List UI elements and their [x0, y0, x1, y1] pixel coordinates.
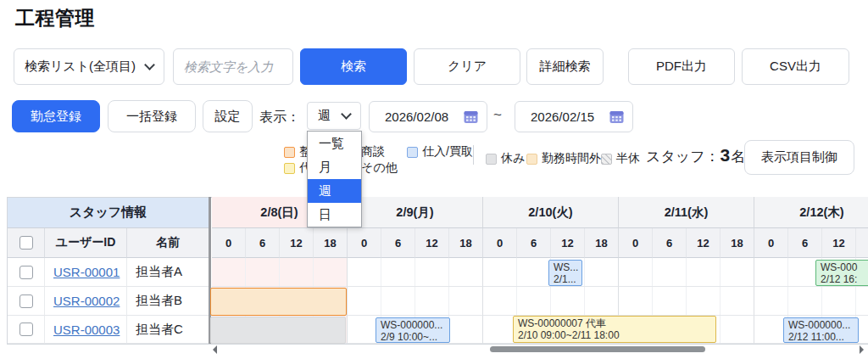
chevron-down-icon: [144, 59, 155, 70]
legend-color-icon: [284, 147, 295, 158]
search-button[interactable]: 検索: [300, 48, 407, 85]
settings-button[interactable]: 設定: [203, 100, 253, 132]
staff-count-label: スタッフ：: [646, 147, 720, 166]
user-id-link[interactable]: USR-00003: [53, 323, 120, 337]
gantt-cell[interactable]: [212, 258, 348, 287]
date-from-value: 2026/02/08: [385, 109, 448, 124]
tick-header-cell: 6: [517, 228, 551, 258]
user-id-column-header: ユーザーID: [45, 228, 127, 258]
staff-name: 担当者C: [136, 322, 183, 338]
day-header-cell: 2/10(火): [483, 197, 619, 228]
legend-item: 仕入/買取: [407, 144, 473, 160]
row-checkbox[interactable]: [19, 266, 33, 279]
attendance-register-button[interactable]: 勤怠登録: [12, 100, 100, 132]
legend-label: その他: [361, 160, 398, 176]
bulk-register-button[interactable]: 一括登録: [108, 100, 196, 132]
gantt-cell[interactable]: [619, 287, 754, 316]
horizontal-scrollbar-thumb[interactable]: [490, 346, 705, 352]
legend-label: 仕入/買取: [422, 144, 473, 160]
tick-header-cell: 6: [653, 228, 687, 258]
tick-header-cell: 12: [822, 228, 856, 258]
gantt-cell[interactable]: [754, 287, 868, 316]
staff-row-checkbox-cell: [8, 316, 45, 344]
tick-header-cell: 0: [483, 228, 517, 258]
view-mode-select-value: 週: [318, 108, 331, 124]
scroll-right-arrow[interactable]: [860, 345, 864, 354]
view-mode-label: 表示：: [259, 109, 300, 126]
tick-header-cell: 12: [280, 228, 314, 258]
day-header-cell: 2/9(月): [348, 197, 483, 228]
user-id-link[interactable]: USR-00001: [53, 265, 120, 279]
tick-header-cell: 6: [381, 228, 415, 258]
scroll-left-arrow[interactable]: [213, 345, 217, 354]
legend-item: 半休: [601, 151, 640, 166]
row-checkbox[interactable]: [19, 323, 33, 336]
csv-export-button[interactable]: CSV出力: [742, 48, 849, 85]
staff-name: 担当者B: [136, 293, 182, 309]
schedule-bar[interactable]: WS-000000...2/12 11:00...: [783, 317, 859, 343]
display-item-control-button[interactable]: 表示項目制御: [744, 140, 854, 175]
select-all-cell: [8, 228, 45, 258]
staff-info-header: スタッフ情報: [8, 198, 209, 228]
search-list-select-value: 検索リスト(全項目): [25, 59, 136, 75]
tick-header-cell: 18: [585, 228, 619, 258]
view-option-2[interactable]: 月: [308, 155, 361, 179]
view-mode-select[interactable]: 週: [307, 102, 361, 130]
date-to-input[interactable]: 2026/02/15: [515, 101, 633, 132]
page-title: 工程管理: [15, 5, 95, 31]
tick-header-cell: 12: [415, 228, 449, 258]
table-bottom-border: [7, 344, 868, 345]
staff-name: 担当者A: [136, 264, 182, 280]
day-header-cell: 2/12(木): [754, 197, 868, 228]
tick-header-cell: 18: [721, 228, 754, 258]
tick-header-cell: [856, 228, 868, 258]
tick-header-cell: 12: [551, 228, 585, 258]
legend-color-icon: [601, 154, 612, 165]
search-input[interactable]: [173, 48, 293, 85]
gantt-cell[interactable]: [348, 258, 483, 287]
tick-header-cell: 0: [212, 228, 246, 258]
date-from-input[interactable]: 2026/02/08: [369, 101, 487, 132]
staff-count-unit: 名: [731, 147, 745, 166]
calendar-icon: [464, 110, 478, 124]
tick-header-cell: 0: [619, 228, 653, 258]
gantt-cell[interactable]: [619, 258, 754, 287]
name-column-header: 名前: [127, 228, 209, 258]
schedule-bar[interactable]: WS-0002/12 16:: [815, 260, 868, 286]
staff-row-checkbox-cell: [8, 287, 45, 316]
gantt-cell[interactable]: [483, 287, 619, 316]
view-option-3[interactable]: 週: [308, 179, 361, 203]
staff-row-id-cell: USR-00002: [45, 287, 127, 316]
legend-label: 勤務時間外: [542, 151, 601, 166]
schedule-bar[interactable]: [210, 288, 347, 316]
tick-header-cell: 6: [788, 228, 822, 258]
view-option-4[interactable]: 日: [308, 203, 361, 227]
pdf-export-button[interactable]: PDF出力: [628, 48, 735, 85]
schedule-bar[interactable]: WS-00000007 代車2/10 09:00~2/11 18:00: [513, 316, 716, 343]
tick-header-cell: 12: [687, 228, 721, 258]
row-checkbox[interactable]: [19, 294, 33, 308]
date-to-value: 2026/02/15: [531, 109, 594, 124]
user-id-link[interactable]: USR-00002: [53, 294, 120, 308]
staff-row-id-cell: USR-00003: [45, 316, 127, 344]
legend-item: 休み: [486, 151, 525, 166]
view-option-1[interactable]: 一覧: [308, 132, 361, 155]
staff-count: スタッフ： 3 名: [646, 145, 745, 166]
legend-color-icon: [284, 163, 295, 174]
gantt-cell[interactable]: [348, 287, 483, 316]
advanced-search-button[interactable]: 詳細検索: [526, 48, 604, 85]
clear-button[interactable]: クリア: [414, 48, 520, 85]
legend-label: 半休: [616, 151, 640, 166]
process-management-page: 工程管理 検索リスト(全項目) 検索 クリア 詳細検索 PDF出力 CSV出力 …: [0, 0, 868, 359]
schedule-bar[interactable]: WS...2/1...: [548, 260, 582, 286]
legend-color-icon: [486, 154, 497, 165]
tick-header-cell: 18: [314, 228, 348, 258]
schedule-bar[interactable]: [210, 317, 346, 344]
search-list-select[interactable]: 検索リスト(全項目): [14, 48, 164, 85]
calendar-icon: [609, 110, 624, 124]
schedule-bar[interactable]: WS-000000...2/9 10:00~...: [376, 317, 450, 343]
select-all-checkbox[interactable]: [19, 236, 33, 250]
staff-row-name-cell: 担当者C: [127, 316, 209, 344]
view-dropdown-menu: 一覧月週日: [307, 131, 362, 227]
date-range-separator: ~: [493, 107, 502, 124]
